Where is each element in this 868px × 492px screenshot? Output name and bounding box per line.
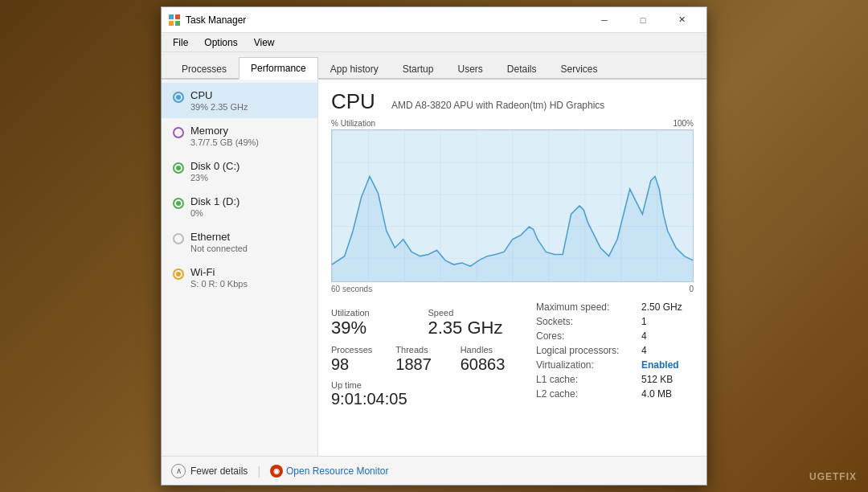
chart-100-label: 100% (673, 119, 694, 128)
handles-label: Handles (461, 345, 525, 355)
stats-row-2: Processes 98 Threads 1887 Handles 60863 (331, 345, 525, 374)
menu-file[interactable]: File (166, 35, 194, 50)
disk1-name: Disk 1 (D:) (190, 195, 308, 207)
fewer-details-button[interactable]: ∧ Fewer details (171, 464, 248, 478)
l2-row: L2 cache: 4.0 MB (533, 387, 694, 401)
task-manager-window: Task Manager ─ □ ✕ File Options View Pro… (161, 6, 707, 486)
menu-view[interactable]: View (248, 35, 281, 50)
ethernet-name: Ethernet (190, 231, 308, 243)
memory-indicator (173, 127, 184, 138)
time-left: 60 seconds (331, 285, 372, 293)
l1-label: L1 cache: (533, 372, 638, 387)
tab-app-history[interactable]: App history (318, 57, 391, 80)
proc-value: 98 (331, 355, 395, 374)
disk1-indicator (173, 198, 184, 209)
ethernet-indicator (173, 233, 184, 244)
cores-value: 4 (638, 329, 694, 343)
uptime-label: Up time (331, 380, 525, 390)
tab-startup[interactable]: Startup (391, 57, 446, 80)
disk0-indicator (173, 162, 184, 174)
virt-label: Virtualization: (533, 358, 638, 372)
cpu-title: CPU (331, 89, 375, 114)
sidebar-item-memory[interactable]: Memory 3.7/7.5 GB (49%) (162, 118, 317, 154)
wifi-sub: S: 0 R: 0 Kbps (190, 279, 308, 289)
titlebar: Task Manager ─ □ ✕ (162, 7, 706, 33)
util-label: Utilization (331, 308, 428, 318)
wifi-indicator (173, 269, 184, 280)
handles-value: 60863 (461, 355, 525, 374)
sockets-label: Sockets: (533, 314, 638, 329)
speed-value: 2.35 GHz (428, 318, 526, 338)
disk1-sub: 0% (190, 208, 308, 218)
svg-rect-3 (175, 21, 180, 26)
l2-value: 4.0 MB (638, 387, 694, 401)
cores-row: Cores: 4 (533, 329, 694, 343)
virt-row: Virtualization: Enabled (533, 358, 694, 372)
tab-performance[interactable]: Performance (239, 57, 318, 80)
resource-monitor-link[interactable]: ◉ Open Resource Monitor (270, 465, 388, 478)
watermark: UGETFIX (809, 471, 857, 482)
threads-stat: Threads 1887 (395, 345, 460, 374)
resource-monitor-label: Open Resource Monitor (286, 465, 388, 477)
sidebar-item-wifi[interactable]: Wi-Fi S: 0 R: 0 Kbps (162, 260, 317, 295)
footer: ∧ Fewer details | ◉ Open Resource Monito… (162, 456, 706, 485)
wifi-name: Wi-Fi (190, 266, 308, 278)
handles-stat: Handles 60863 (461, 345, 525, 374)
disk0-name: Disk 0 (C:) (190, 160, 308, 172)
sidebar-item-cpu[interactable]: CPU 39% 2.35 GHz (162, 83, 317, 118)
right-stats: Maximum speed: 2.50 GHz Sockets: 1 Cores… (533, 300, 694, 408)
menu-options[interactable]: Options (198, 35, 244, 50)
window-controls: ─ □ ✕ (586, 7, 700, 33)
stats-row-1: Utilization 39% Speed 2.35 GHz (331, 308, 525, 338)
processes-stat: Processes 98 (331, 345, 395, 374)
logical-value: 4 (638, 343, 694, 358)
l2-label: L2 cache: (533, 387, 638, 401)
resource-monitor-icon: ◉ (270, 465, 283, 478)
cpu-header: CPU AMD A8-3820 APU with Radeon(tm) HD G… (331, 89, 694, 114)
sidebar: CPU 39% 2.35 GHz Memory 3.7/7.5 GB (49%)… (162, 80, 318, 456)
tab-details[interactable]: Details (495, 57, 549, 80)
sockets-row: Sockets: 1 (533, 314, 694, 329)
chevron-up-icon: ∧ (171, 464, 186, 478)
proc-label: Processes (331, 345, 395, 355)
logical-row: Logical processors: 4 (533, 343, 694, 358)
tab-users[interactable]: Users (445, 57, 494, 80)
uptime-stat: Up time 9:01:04:05 (331, 380, 525, 408)
maximize-button[interactable]: □ (624, 7, 661, 33)
sidebar-item-ethernet[interactable]: Ethernet Not connected (162, 224, 317, 260)
threads-label: Threads (395, 345, 460, 355)
sidebar-item-disk1[interactable]: Disk 1 (D:) 0% (162, 189, 317, 224)
window-title: Task Manager (186, 14, 586, 26)
close-button[interactable]: ✕ (663, 7, 700, 33)
time-right: 0 (689, 285, 694, 293)
cpu-name: CPU (190, 89, 308, 101)
right-stats-table: Maximum speed: 2.50 GHz Sockets: 1 Cores… (533, 300, 694, 401)
svg-rect-1 (175, 14, 180, 19)
minimize-button[interactable]: ─ (586, 7, 623, 33)
chart-labels: % Utilization 100% (331, 119, 694, 128)
logical-label: Logical processors: (533, 343, 638, 358)
l1-row: L1 cache: 512 KB (533, 372, 694, 387)
app-icon (168, 14, 181, 27)
main-panel: CPU AMD A8-3820 APU with Radeon(tm) HD G… (318, 80, 706, 456)
stats-area: Utilization 39% Speed 2.35 GHz Processes… (331, 300, 694, 408)
footer-separator: | (257, 465, 260, 478)
chart-util-label: % Utilization (331, 119, 375, 128)
speed-stat: Speed 2.35 GHz (428, 308, 526, 338)
cpu-indicator (173, 92, 184, 103)
svg-rect-0 (169, 14, 174, 19)
util-value: 39% (331, 318, 428, 338)
sockets-value: 1 (638, 314, 694, 329)
cpu-model: AMD A8-3820 APU with Radeon(tm) HD Graph… (391, 100, 604, 111)
sidebar-item-disk0[interactable]: Disk 0 (C:) 23% (162, 154, 317, 189)
memory-name: Memory (190, 125, 308, 137)
disk0-sub: 23% (190, 173, 308, 182)
memory-sub: 3.7/7.5 GB (49%) (190, 137, 308, 147)
tab-processes[interactable]: Processes (170, 57, 239, 80)
left-stats: Utilization 39% Speed 2.35 GHz Processes… (331, 300, 525, 408)
max-speed-row: Maximum speed: 2.50 GHz (533, 300, 694, 314)
tab-services[interactable]: Services (549, 57, 610, 80)
ethernet-sub: Not connected (190, 244, 308, 253)
l1-value: 512 KB (638, 372, 694, 387)
virt-value: Enabled (638, 358, 694, 372)
